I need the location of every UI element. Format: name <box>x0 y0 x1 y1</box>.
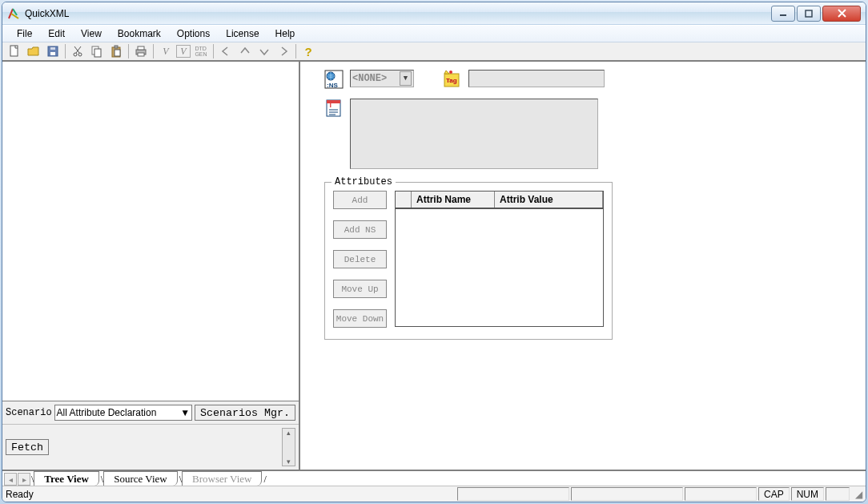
text-content-area[interactable] <box>350 99 598 169</box>
new-icon[interactable] <box>6 43 23 59</box>
svg-rect-1 <box>806 10 812 17</box>
validate-icon[interactable]: V <box>157 43 175 59</box>
menu-license[interactable]: License <box>218 26 267 42</box>
statusbar: Ready CAP NUM ◢ <box>2 486 866 502</box>
menu-options[interactable]: Options <box>169 26 218 42</box>
menu-view[interactable]: View <box>73 26 110 42</box>
wellformed-icon[interactable]: V <box>176 45 191 58</box>
tab-tree-view[interactable]: Tree View <box>34 471 98 486</box>
table-header: Attrib Name Attrib Value <box>396 192 603 209</box>
move-down-button[interactable]: Move Down <box>333 309 387 328</box>
app-icon <box>7 7 20 20</box>
column-blank[interactable] <box>396 192 412 208</box>
add-attribute-button[interactable]: Add <box>333 191 387 209</box>
tree-view-area[interactable] <box>2 62 299 401</box>
nav-up-icon[interactable] <box>236 43 254 59</box>
column-attrib-value[interactable]: Attrib Value <box>495 192 603 208</box>
status-ready: Ready <box>6 489 456 500</box>
text-doc-icon: T <box>324 99 344 118</box>
right-pane: :NS <NONE> ▼ Tag T Attributes <box>300 62 866 470</box>
status-cell-2 <box>571 487 683 501</box>
app-window: QuickXML File Edit View Bookmark Options… <box>2 2 866 502</box>
attributes-table[interactable]: Attrib Name Attrib Value <box>395 191 604 327</box>
scenario-label: Scenario <box>6 407 52 418</box>
chevron-down-icon: ▼ <box>180 407 190 418</box>
status-cell-3 <box>685 487 757 501</box>
copy-icon[interactable] <box>88 43 106 59</box>
left-pane: Scenario All Attribute Declaration ▼ Sce… <box>2 62 300 470</box>
help-icon[interactable]: ? <box>299 43 317 59</box>
toolbar-separator <box>213 44 214 58</box>
svg-text:Tag: Tag <box>446 77 457 84</box>
content-area: Scenario All Attribute Declaration ▼ Sce… <box>2 62 866 470</box>
tab-scroll-left[interactable]: ◂ <box>4 473 17 486</box>
toolbar-separator <box>128 44 129 58</box>
svg-rect-18 <box>138 46 144 50</box>
menu-edit[interactable]: Edit <box>40 26 73 42</box>
namespace-icon: :NS <box>324 70 344 89</box>
attributes-legend: Attributes <box>332 176 396 187</box>
svg-rect-19 <box>138 53 144 56</box>
toolbar-separator <box>295 44 296 58</box>
app-title: QuickXML <box>25 8 771 19</box>
menu-help[interactable]: Help <box>267 26 303 42</box>
scenario-bar: Scenario All Attribute Declaration ▼ Sce… <box>2 401 299 424</box>
status-cell-1 <box>457 487 569 501</box>
tag-input[interactable] <box>468 70 605 87</box>
open-icon[interactable] <box>25 43 42 59</box>
tab-browser-view[interactable]: Browser View <box>182 471 262 486</box>
nav-left-icon[interactable] <box>217 43 235 59</box>
svg-rect-4 <box>10 46 18 56</box>
chevron-down-icon: ▼ <box>400 71 412 86</box>
nav-down-icon[interactable] <box>255 43 273 59</box>
table-body[interactable] <box>396 209 603 326</box>
namespace-select[interactable]: <NONE> ▼ <box>350 70 414 87</box>
minimize-button[interactable] <box>771 6 795 22</box>
menubar: File Edit View Bookmark Options License … <box>2 25 866 42</box>
menu-bookmark[interactable]: Bookmark <box>110 26 169 42</box>
resize-grip-icon[interactable]: ◢ <box>850 489 862 500</box>
scenario-selected: All Attribute Declaration <box>57 407 157 418</box>
svg-rect-13 <box>94 49 101 57</box>
close-button[interactable] <box>822 6 861 22</box>
cut-icon[interactable] <box>69 43 86 59</box>
delete-attribute-button[interactable]: Delete <box>333 250 387 268</box>
move-up-button[interactable]: Move Up <box>333 280 387 298</box>
svg-rect-6 <box>50 52 55 55</box>
attributes-fieldset: Attributes Add Add NS Delete Move Up Mov… <box>324 182 613 340</box>
svg-point-11 <box>78 53 82 56</box>
svg-rect-16 <box>115 50 120 56</box>
titlebar: QuickXML <box>2 2 866 25</box>
toolbar-separator <box>65 44 66 58</box>
svg-point-10 <box>74 53 77 56</box>
add-ns-button[interactable]: Add NS <box>333 220 387 239</box>
svg-marker-24 <box>444 71 449 74</box>
toolbar: V V DTDGEN ? <box>2 42 866 62</box>
tag-icon: Tag <box>443 70 462 89</box>
namespace-value: <NONE> <box>352 73 387 84</box>
tab-source-view[interactable]: Source View <box>103 471 178 486</box>
toolbar-separator <box>153 44 154 58</box>
scrollbar-stub[interactable]: ▴▾ <box>282 428 295 466</box>
nav-right-icon[interactable] <box>275 43 292 59</box>
status-cap: CAP <box>758 487 790 501</box>
svg-point-25 <box>449 71 452 74</box>
menu-file[interactable]: File <box>9 26 40 42</box>
status-num: NUM <box>791 487 824 501</box>
fetch-row: Fetch ▴▾ <box>2 424 299 470</box>
tab-scroll-right[interactable]: ▸ <box>18 473 30 486</box>
column-attrib-name[interactable]: Attrib Name <box>412 192 495 208</box>
dtdgen-icon[interactable]: DTDGEN <box>192 43 210 59</box>
document-tabbar: ◂ ▸ \ Tree View \ Source View \ Browser … <box>2 470 866 486</box>
fetch-button[interactable]: Fetch <box>6 439 49 455</box>
svg-rect-15 <box>115 46 118 48</box>
svg-text:T: T <box>328 101 333 109</box>
svg-rect-7 <box>50 47 55 50</box>
scenario-select[interactable]: All Attribute Declaration ▼ <box>54 405 192 421</box>
status-cell-6 <box>826 487 850 501</box>
print-icon[interactable] <box>132 43 150 59</box>
maximize-button[interactable] <box>797 6 821 22</box>
paste-icon[interactable] <box>107 43 125 59</box>
scenarios-mgr-button[interactable]: Scenarios Mgr. <box>195 405 295 421</box>
save-icon[interactable] <box>44 43 62 59</box>
